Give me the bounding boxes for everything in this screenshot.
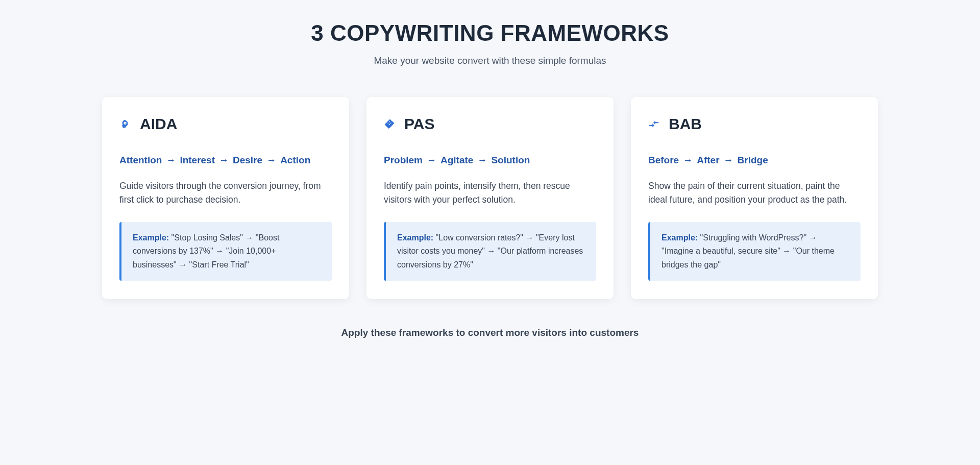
step-item: Action [280, 155, 310, 165]
arrow-icon: → [219, 155, 229, 165]
step-item: Interest [180, 155, 215, 165]
example-box: Example: "Struggling with WordPress?" → … [648, 222, 861, 281]
step-item: Problem [384, 155, 423, 165]
card-header: PAS [384, 115, 596, 133]
step-item: Attention [119, 155, 162, 165]
card-title: BAB [669, 115, 702, 133]
arrow-icon: → [683, 155, 693, 165]
arrow-icon: → [724, 155, 733, 165]
arrow-icon: → [266, 155, 276, 165]
card-description: Identify pain points, intensify them, th… [384, 179, 596, 207]
compare-arrows-icon [648, 118, 659, 130]
card-title: PAS [404, 115, 434, 133]
example-label: Example: [133, 233, 169, 242]
step-item: After [697, 155, 719, 165]
card-title: AIDA [140, 115, 177, 133]
card-description: Show the pain of their current situation… [648, 179, 861, 207]
arrow-icon: → [166, 155, 176, 165]
step-item: Before [648, 155, 679, 165]
example-label: Example: [662, 233, 698, 242]
card-header: AIDA [119, 115, 332, 133]
footer-text: Apply these frameworks to convert more v… [102, 327, 878, 338]
card-description: Guide visitors through the conversion jo… [119, 179, 332, 207]
card-aida: AIDA Attention→Interest→Desire→Action Gu… [102, 97, 349, 299]
page-subtitle: Make your website convert with these sim… [102, 55, 878, 66]
page-title: 3 COPYWRITING FRAMEWORKS [102, 20, 878, 46]
arrow-icon: → [427, 155, 436, 165]
example-label: Example: [397, 233, 433, 242]
arrow-icon: → [477, 155, 487, 165]
card-steps: Problem→Agitate→Solution [384, 153, 596, 168]
example-box: Example: "Stop Losing Sales" → "Boost co… [119, 222, 332, 281]
card-steps: Before→After→Bridge [648, 153, 861, 168]
step-item: Agitate [440, 155, 473, 165]
example-box: Example: "Low conversion rates?" → "Ever… [384, 222, 596, 281]
card-header: BAB [648, 115, 861, 133]
card-steps: Attention→Interest→Desire→Action [119, 153, 332, 168]
psychology-icon [119, 118, 131, 130]
step-item: Solution [491, 155, 530, 165]
card-bab: BAB Before→After→Bridge Show the pain of… [631, 97, 878, 299]
step-item: Desire [233, 155, 262, 165]
main-container: 3 COPYWRITING FRAMEWORKS Make your websi… [102, 20, 878, 338]
cards-grid: AIDA Attention→Interest→Desire→Action Gu… [102, 97, 878, 299]
card-pas: PAS Problem→Agitate→Solution Identify pa… [366, 97, 614, 299]
step-item: Bridge [738, 155, 768, 165]
healing-icon [384, 118, 395, 130]
